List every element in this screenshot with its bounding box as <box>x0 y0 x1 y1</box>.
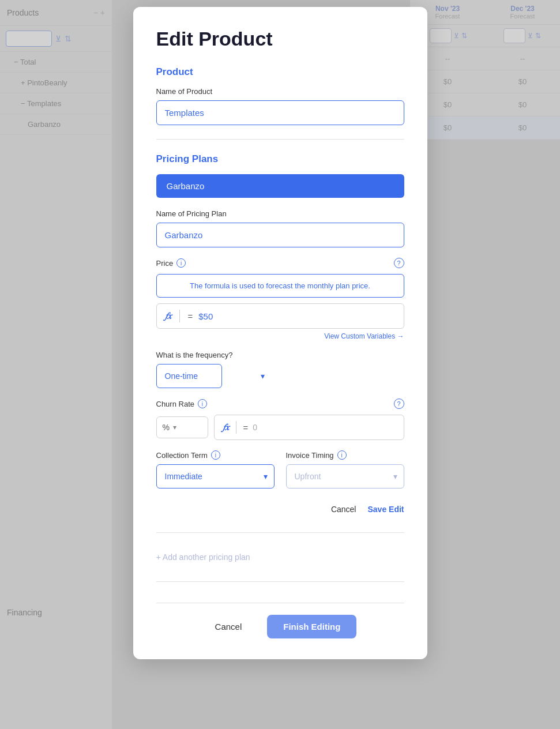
frequency-chevron-icon: ▾ <box>261 371 265 381</box>
bottom-cancel-button[interactable]: Cancel <box>204 616 254 637</box>
formula-equals: = <box>188 311 193 321</box>
product-section-title: Product <box>156 66 404 78</box>
churn-formula-sep <box>236 421 236 434</box>
churn-row: % ▾ 𝑓𝑥 = 0 <box>156 415 404 440</box>
frequency-select[interactable]: One-time Monthly Annual <box>156 364 222 388</box>
invoice-timing-label: Invoice Timing i <box>286 450 404 460</box>
invoice-timing-col: Invoice Timing i Upfront In Arrears ▾ <box>286 450 404 488</box>
churn-dropdown-arrow[interactable]: ▾ <box>173 423 176 431</box>
plan-name-label: Name of Pricing Plan <box>156 209 404 218</box>
bottom-action-row: Cancel Finish Editing <box>156 603 404 638</box>
custom-vars-link[interactable]: View Custom Variables → <box>156 332 404 340</box>
price-label-row: Price i ? <box>156 258 404 268</box>
modal-title: Edit Product <box>156 28 404 50</box>
churn-percent-symbol: % <box>163 423 170 432</box>
section-divider-1 <box>156 139 404 140</box>
price-formula-box: The formula is used to forecast the mont… <box>156 274 404 298</box>
invoice-timing-select[interactable]: Upfront In Arrears <box>286 464 404 488</box>
formula-value: $50 <box>198 311 213 321</box>
churn-info-icon[interactable]: i <box>198 399 207 408</box>
invoice-timing-info-icon[interactable]: i <box>337 450 347 460</box>
price-help-icon[interactable]: ? <box>394 258 404 268</box>
frequency-select-wrapper[interactable]: One-time Monthly Annual ▾ <box>156 364 272 388</box>
price-label: Price i <box>156 258 186 268</box>
finish-editing-button[interactable]: Finish Editing <box>267 615 356 638</box>
modal-overlay: Edit Product Product Name of Product Pri… <box>0 0 560 729</box>
churn-value: 0 <box>253 423 257 432</box>
inner-cancel-button[interactable]: Cancel <box>331 500 356 518</box>
churn-equals: = <box>243 423 249 433</box>
section-divider-3 <box>156 581 404 582</box>
collection-invoice-row: Collection Term i Immediate Net 30 Net 6… <box>156 450 404 488</box>
garbanzo-plan-tab[interactable]: Garbanzo <box>156 174 404 198</box>
fx-icon: 𝑓𝑥 <box>165 311 171 321</box>
collection-term-info-icon[interactable]: i <box>211 450 220 460</box>
add-plan-link[interactable]: + Add another pricing plan <box>156 547 404 568</box>
churn-label-row: Churn Rate i ? <box>156 399 404 409</box>
product-name-input[interactable] <box>156 100 404 125</box>
frequency-label: What is the frequency? <box>156 351 404 359</box>
churn-help-icon[interactable]: ? <box>394 399 404 409</box>
churn-rate-label: Churn Rate i <box>156 399 207 408</box>
formula-separator <box>179 310 180 322</box>
churn-percent-box[interactable]: % ▾ <box>156 416 208 438</box>
collection-term-select-wrapper[interactable]: Immediate Net 30 Net 60 ▾ <box>156 464 275 488</box>
churn-formula-box[interactable]: 𝑓𝑥 = 0 <box>214 415 404 440</box>
name-of-product-label: Name of Product <box>156 87 404 96</box>
inner-action-row: Cancel Save Edit <box>156 500 404 518</box>
section-divider-2 <box>156 532 404 533</box>
collection-term-col: Collection Term i Immediate Net 30 Net 6… <box>156 450 275 488</box>
edit-product-modal: Edit Product Product Name of Product Pri… <box>133 7 427 659</box>
pricing-plans-section-title: Pricing Plans <box>156 153 404 165</box>
collection-term-label: Collection Term i <box>156 450 275 460</box>
invoice-timing-select-wrapper[interactable]: Upfront In Arrears ▾ <box>286 464 404 488</box>
collection-term-select[interactable]: Immediate Net 30 Net 60 <box>156 464 275 488</box>
save-edit-button[interactable]: Save Edit <box>367 500 404 518</box>
price-formula-input-row[interactable]: 𝑓𝑥 = $50 <box>156 303 404 329</box>
plan-name-input[interactable] <box>156 223 404 247</box>
churn-fx-icon: 𝑓𝑥 <box>223 422 229 433</box>
price-info-icon[interactable]: i <box>176 258 186 268</box>
